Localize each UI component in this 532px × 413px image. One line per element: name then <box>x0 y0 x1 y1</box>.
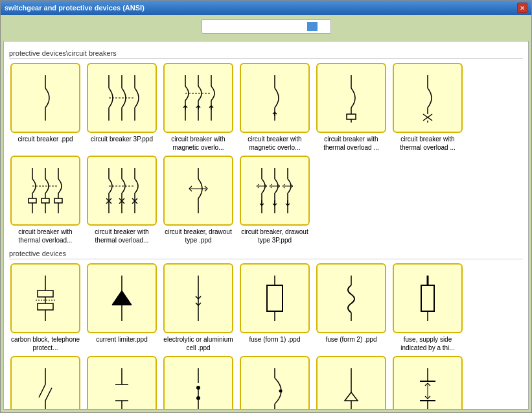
list-item[interactable]: circuit breaker with magnetic overlo... <box>238 63 311 152</box>
list-item[interactable]: circuit breaker, drawout type 3P.ppd <box>238 156 311 244</box>
list-item[interactable]: carbon block, telephone protect... <box>9 263 82 352</box>
circuit-breaker-thermal-3p-1-icon <box>19 165 71 217</box>
sphere-gap-icon <box>402 365 454 410</box>
list-item[interactable]: fuse (form 2) .ppd <box>315 263 387 352</box>
section-label-protective-devices: protective devices <box>9 250 523 259</box>
circuit-breaker-thermal-x-icon <box>402 72 454 124</box>
list-item[interactable]: multigap, general .ppd <box>162 356 235 410</box>
item-icon-cb6 <box>393 63 463 133</box>
circuit-breaker-magnetic-icon <box>172 72 224 124</box>
item-icon-pd3 <box>163 263 233 333</box>
search-bar <box>202 19 331 34</box>
protective-devices-grid: carbon block, telephone protect... curr <box>9 263 523 410</box>
list-item[interactable]: circuit breaker 3P.ppd <box>86 63 158 152</box>
circuit-breaker-drawout-icon <box>172 165 224 217</box>
svg-rect-73 <box>38 290 53 297</box>
svg-point-103 <box>196 396 200 400</box>
svg-point-101 <box>196 386 200 390</box>
item-icon-pd4 <box>240 263 310 333</box>
fuse-form2-icon <box>325 272 377 324</box>
search-indicator <box>307 22 318 31</box>
svg-rect-41 <box>54 198 62 203</box>
svg-rect-37 <box>41 198 49 203</box>
list-item[interactable]: protective gap .ppd <box>315 356 387 410</box>
item-icon-pd1 <box>10 263 80 333</box>
list-item[interactable]: network protector .ppd <box>238 356 311 410</box>
list-item[interactable]: circuit breaker with magnetic overlo... <box>162 63 235 152</box>
item-label-cb10: circuit breaker, drawout type 3P.ppd <box>239 228 310 244</box>
fuse-supply-icon <box>402 272 454 324</box>
list-item[interactable]: circuit breaker with thermal overload ..… <box>391 63 464 152</box>
item-label-pd2: current limiter.ppd <box>96 335 147 344</box>
circuit-breaker-thermal-single-icon <box>325 72 377 124</box>
item-label-pd4: fuse (form 1) .ppd <box>249 335 301 344</box>
item-icon-cb5 <box>316 63 386 133</box>
item-icon-cb3 <box>163 63 233 133</box>
list-item[interactable]: fuse, supply side indicated by a thi... <box>391 263 464 352</box>
item-icon-cb8 <box>87 156 157 226</box>
item-label-cb6: circuit breaker with thermal overload ..… <box>392 135 463 152</box>
section-label-circuit-breakers: protective devices\circuit breakers <box>9 49 523 59</box>
list-item[interactable]: electrolytic or aluminium cell .ppd <box>162 263 235 352</box>
item-label-cb7: circuit breaker with thermal overload... <box>10 228 81 244</box>
title-bar: switchgear and protective devices (ANSI)… <box>1 1 531 15</box>
circuit-breakers-grid: circuit breaker .ppd <box>9 63 523 244</box>
item-icon-pd9 <box>163 356 233 410</box>
current-limiter-icon <box>96 272 148 324</box>
item-icon-pd6 <box>393 263 463 333</box>
lightning-arrester-icon <box>96 365 148 410</box>
svg-rect-24 <box>347 114 356 119</box>
item-icon-pd5 <box>316 263 386 333</box>
item-label-cb3: circuit breaker with magnetic overlo... <box>163 135 234 152</box>
item-label-pd6: fuse, supply side indicated by a thi... <box>392 335 463 352</box>
item-label-pd3: electrolytic or aluminium cell .ppd <box>163 335 234 352</box>
svg-marker-79 <box>112 290 132 305</box>
list-item[interactable]: sphere gap .ppd <box>391 356 464 410</box>
item-icon-pd11 <box>316 356 386 410</box>
list-item[interactable]: horn gap .ppd <box>9 356 82 410</box>
list-item[interactable]: circuit breaker with thermal overload... <box>9 156 82 244</box>
item-label-cb2: circuit breaker 3P.ppd <box>91 135 153 143</box>
circuit-breaker-magnetic-single-icon <box>249 72 301 124</box>
list-item[interactable]: circuit breaker with thermal overload... <box>86 156 158 244</box>
svg-rect-87 <box>267 285 283 311</box>
carbon-block-icon <box>19 272 71 324</box>
list-item[interactable]: lightning arrester .ppd <box>86 356 158 410</box>
window-title: switchgear and protective devices (ANSI) <box>5 4 145 12</box>
item-icon-pd12 <box>393 356 463 410</box>
list-item[interactable]: circuit breaker .ppd <box>9 63 82 152</box>
item-icon-pd8 <box>87 356 157 410</box>
svg-point-106 <box>279 390 283 393</box>
list-item[interactable]: fuse (form 1) .ppd <box>238 263 311 352</box>
multigap-icon <box>172 365 224 410</box>
circuit-breaker-icon <box>19 72 71 124</box>
network-protector-icon <box>249 365 301 410</box>
item-icon-pd10 <box>240 356 310 410</box>
item-label-cb9: circuit breaker, drawout type .ppd <box>163 228 234 244</box>
item-label-cb4: circuit breaker with magnetic overlo... <box>239 135 310 152</box>
item-label-cb8: circuit breaker with thermal overload... <box>86 228 157 244</box>
list-item[interactable]: circuit breaker with thermal overload ..… <box>315 63 387 152</box>
close-button[interactable]: ✕ <box>517 3 527 13</box>
item-icon-pd2 <box>87 263 157 333</box>
fuse-form1-icon <box>249 272 301 324</box>
svg-rect-92 <box>421 285 434 311</box>
main-panel: protective devices\circuit breakers circ… <box>3 41 529 410</box>
svg-marker-110 <box>345 392 358 401</box>
main-window: switchgear and protective devices (ANSI)… <box>0 0 532 413</box>
item-icon-cb2 <box>87 63 157 133</box>
toolbar <box>1 15 531 38</box>
circuit-breaker-drawout-3p-icon <box>249 165 301 217</box>
list-item[interactable]: circuit breaker, drawout type .ppd <box>162 156 235 244</box>
protective-gap-icon <box>325 365 377 410</box>
item-label-cb5: circuit breaker with thermal overload ..… <box>316 135 387 152</box>
list-item[interactable]: current limiter.ppd <box>86 263 158 352</box>
horn-gap-icon <box>19 365 71 410</box>
item-icon-cb1 <box>10 63 80 133</box>
item-label-pd5: fuse (form 2) .ppd <box>326 335 377 344</box>
item-label-cb1: circuit breaker .ppd <box>17 135 73 143</box>
item-icon-cb10 <box>240 156 310 226</box>
item-icon-cb4 <box>240 63 310 133</box>
item-icon-pd7 <box>10 356 80 410</box>
svg-rect-75 <box>38 303 53 310</box>
